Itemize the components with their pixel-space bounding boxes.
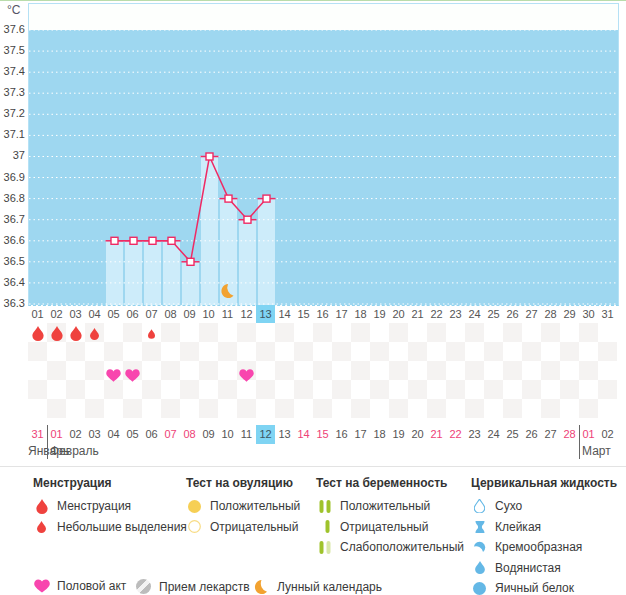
temperature-bar — [106, 241, 123, 305]
cycle-day-cell[interactable]: 04 — [85, 305, 104, 323]
calendar-date-cell[interactable]: 20 — [408, 425, 427, 444]
cycle-day-cell[interactable]: 09 — [180, 305, 199, 323]
cycle-day-cell[interactable]: 29 — [560, 305, 579, 323]
calendar-date-cell[interactable]: 31 — [28, 425, 47, 444]
cycle-day-cell[interactable]: 30 — [579, 305, 598, 323]
fertility-tracker-chart: °C 37.637.537.437.337.237.13736.936.836.… — [0, 0, 626, 595]
calendar-date-cell[interactable]: 18 — [370, 425, 389, 444]
spotting-drop-icon — [33, 521, 50, 533]
calendar-date-cell[interactable]: 04 — [104, 425, 123, 444]
legend-item-label: Кремообразная — [495, 540, 582, 554]
calendar-date-cell[interactable]: 27 — [541, 425, 560, 444]
calendar-date-cell[interactable]: 06 — [142, 425, 161, 444]
cycle-day-cell[interactable]: 02 — [47, 305, 66, 323]
cycle-day-cell[interactable]: 19 — [370, 305, 389, 323]
ovulation-positive-icon — [186, 500, 203, 513]
calendar-date-cell[interactable]: 01 — [47, 425, 66, 444]
temperature-bar — [258, 199, 275, 305]
cycle-day-cell[interactable]: 31 — [598, 305, 617, 323]
legend-item: Положительный — [186, 496, 300, 517]
cycle-day-cell[interactable]: 06 — [123, 305, 142, 323]
calendar-date-cell[interactable]: 14 — [294, 425, 313, 444]
menstruation-drop-icon — [85, 324, 104, 343]
y-tick-label: 37.6 — [0, 23, 25, 35]
cycle-day-cell[interactable]: 05 — [104, 305, 123, 323]
calendar-date-cell[interactable]: 02 — [598, 425, 617, 444]
calendar-date-cell-today[interactable]: 12 — [256, 425, 275, 444]
cycle-day-cell[interactable]: 17 — [332, 305, 351, 323]
legend-column-title: Тест на овуляцию — [186, 476, 300, 490]
month-boundary-separator — [47, 425, 48, 459]
fluid-sticky-icon — [471, 521, 488, 533]
calendar-date-cell[interactable]: 09 — [199, 425, 218, 444]
y-tick-label: 36.7 — [0, 213, 25, 225]
legend-item: Яичный белок — [471, 578, 617, 595]
cycle-day-cell[interactable]: 14 — [275, 305, 294, 323]
calendar-date-cell[interactable]: 17 — [351, 425, 370, 444]
cycle-day-cell[interactable]: 18 — [351, 305, 370, 323]
cycle-day-cell[interactable]: 22 — [427, 305, 446, 323]
cycle-day-cell[interactable]: 20 — [389, 305, 408, 323]
legend-item-label: Сухо — [495, 499, 522, 513]
cycle-day-cell[interactable]: 01 — [28, 305, 47, 323]
legend-item-label: Прием лекарств — [159, 580, 250, 594]
calendar-date-cell[interactable]: 23 — [465, 425, 484, 444]
y-tick-label: 37.5 — [0, 44, 25, 56]
cycle-day-cell[interactable]: 16 — [313, 305, 332, 323]
legend-item: Положительный — [316, 496, 464, 517]
intercourse-heart-icon — [237, 366, 256, 385]
cycle-day-cell[interactable]: 25 — [484, 305, 503, 323]
temperature-bar — [125, 241, 142, 305]
calendar-date-cell[interactable]: 05 — [123, 425, 142, 444]
cycle-day-cell[interactable]: 08 — [161, 305, 180, 323]
cycle-day-cell[interactable]: 10 — [199, 305, 218, 323]
intercourse-heart-icon — [104, 366, 123, 385]
calendar-date-cell[interactable]: 19 — [389, 425, 408, 444]
pregnancy-positive-icon — [316, 500, 333, 513]
calendar-date-cell[interactable]: 22 — [446, 425, 465, 444]
cycle-day-cell[interactable]: 21 — [408, 305, 427, 323]
calendar-date-cell[interactable]: 07 — [161, 425, 180, 444]
fluid-watery-icon — [471, 561, 488, 574]
cycle-day-cell[interactable]: 11 — [218, 305, 237, 323]
cycle-day-cell[interactable]: 24 — [465, 305, 484, 323]
legend-item: Небольшие выделения — [33, 517, 187, 538]
calendar-date-cell[interactable]: 21 — [427, 425, 446, 444]
cycle-day-cell[interactable]: 03 — [66, 305, 85, 323]
calendar-date-cell[interactable]: 13 — [275, 425, 294, 444]
calendar-date-cell[interactable]: 11 — [237, 425, 256, 444]
calendar-date-cell[interactable]: 08 — [180, 425, 199, 444]
calendar-date-cell[interactable]: 10 — [218, 425, 237, 444]
y-tick-label: 36.9 — [0, 171, 25, 183]
temperature-point-marker — [225, 195, 232, 202]
cycle-day-cell[interactable]: 15 — [294, 305, 313, 323]
legend-item: Отрицательный — [316, 517, 464, 538]
cycle-day-cell[interactable]: 23 — [446, 305, 465, 323]
calendar-date-cell[interactable]: 16 — [332, 425, 351, 444]
calendar-date-cell[interactable]: 25 — [503, 425, 522, 444]
calendar-date-cell[interactable]: 24 — [484, 425, 503, 444]
calendar-date-cell[interactable]: 26 — [522, 425, 541, 444]
legend-item-label: Отрицательный — [340, 520, 428, 534]
temperature-point-marker — [263, 195, 270, 202]
cycle-day-cell-today[interactable]: 13 — [256, 305, 275, 323]
calendar-date-cell[interactable]: 03 — [85, 425, 104, 444]
legend-item-label: Небольшие выделения — [57, 520, 187, 534]
temperature-plot — [28, 3, 619, 306]
cycle-day-cell[interactable]: 28 — [541, 305, 560, 323]
temperature-point-marker — [206, 153, 213, 160]
cycle-day-cell[interactable]: 27 — [522, 305, 541, 323]
calendar-date-cell[interactable]: 02 — [66, 425, 85, 444]
temperature-unit-label: °C — [7, 3, 20, 17]
menstruation-drop-icon — [142, 324, 161, 343]
symbol-grid — [28, 323, 617, 418]
cycle-day-cell[interactable]: 12 — [237, 305, 256, 323]
calendar-date-cell[interactable]: 01 — [579, 425, 598, 444]
calendar-date-cell[interactable]: 15 — [313, 425, 332, 444]
legend-item: Лунный календарь — [253, 579, 382, 595]
cycle-day-cell[interactable]: 26 — [503, 305, 522, 323]
legend-item: Менструация — [33, 496, 187, 517]
lunar-moon-icon — [253, 579, 270, 595]
cycle-day-cell[interactable]: 07 — [142, 305, 161, 323]
calendar-date-cell[interactable]: 28 — [560, 425, 579, 444]
